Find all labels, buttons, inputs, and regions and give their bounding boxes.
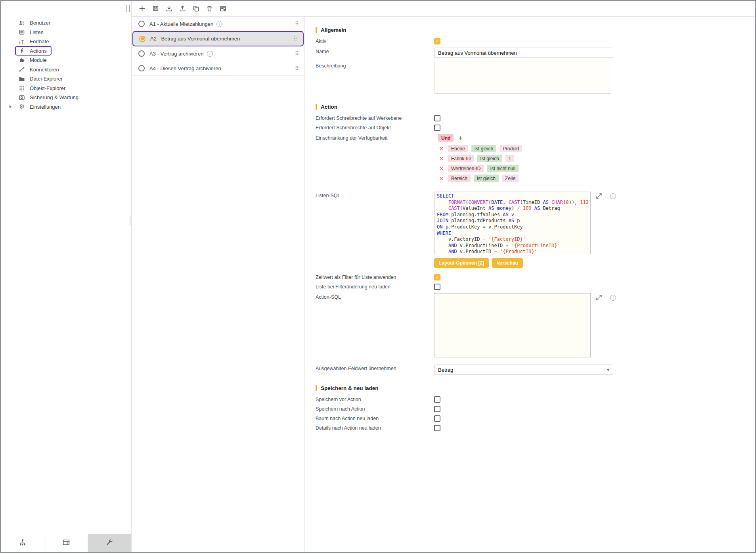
sidebar-item-sicherung-wartung[interactable]: Sicherung & Wartung [1,93,131,102]
sidebar-item-benutzer[interactable]: Benutzer [1,18,131,28]
tab-org-chart[interactable] [1,534,44,552]
filter-logic-chip[interactable]: Und [438,134,454,142]
filter-value-chip[interactable]: 1 [505,155,515,162]
expand-icon[interactable] [595,294,603,301]
form-row-listen-sql: Listen-SQL SELECT FORMAT(CONVERT(DATE, C… [316,192,755,254]
objekt-checkbox[interactable] [434,125,440,131]
listen-sql-editor[interactable]: SELECT FORMAT(CONVERT(DATE, CAST(TimeID … [434,192,591,254]
sidebar-item-konnektoren[interactable]: Konnektoren [1,65,131,75]
form-row-baum-neu-laden: Baum nach Action neu laden [316,415,755,422]
svg-text:t: t [19,40,20,44]
field-label: Action-SQL [316,293,434,300]
speichern-nach-checkbox[interactable] [434,406,440,412]
filter-root-row: Und [438,134,522,142]
filter-operator-chip[interactable]: Ist nicht null [487,165,518,172]
expand-icon[interactable] [595,192,603,200]
filter-operator-chip[interactable]: Ist gleich [477,155,502,162]
feldwert-dropdown[interactable]: Betrag [434,365,613,375]
edit-list-icon[interactable] [219,5,227,13]
info-icon[interactable] [216,21,222,27]
vorschau-button[interactable]: Vorschau [492,258,523,268]
object-grid-icon [18,84,25,92]
action-sql-editor[interactable] [434,293,591,357]
info-icon[interactable] [610,193,616,199]
beschreibung-textarea[interactable] [434,62,611,94]
remove-condition-icon[interactable] [438,155,445,162]
action-list-row[interactable]: A1 - Aktuelle Mietzahlungen [132,17,304,31]
section-header-speichern: Speichern & neu laden [316,385,755,391]
form-row-objekt: Erfordert Schreibrechte auf Objekt [316,125,755,131]
layout-optionen-button[interactable]: Layout-Optionen [2] [434,258,489,268]
folder-icon [18,75,25,83]
delete-icon[interactable] [205,5,213,13]
info-icon[interactable] [207,51,213,57]
zellwert-checkbox[interactable] [434,274,440,280]
radio-button[interactable] [139,36,145,42]
remove-condition-icon[interactable] [438,165,445,172]
filter-field-chip[interactable]: Bereich [448,175,471,182]
form-row-aktiv: Aktiv [316,38,755,44]
action-list-row[interactable]: A3 - Vertrag archivieren [132,46,304,61]
sidebar-item-formate[interactable]: tT Formate [1,37,131,46]
form-row-details-neu-laden: Details nach Action neu laden [316,425,755,431]
filter-field-chip[interactable]: Ebene [448,145,468,152]
baum-neu-laden-checkbox[interactable] [434,415,440,422]
save-icon[interactable] [151,5,159,13]
filter-field-chip[interactable]: Fabrik-ID [448,155,474,162]
remove-condition-icon[interactable] [438,175,445,182]
download-icon[interactable] [165,5,173,13]
action-list-row[interactable]: A2 - Betrag aus Vormonat übernehmen [132,31,304,46]
drag-handle-icon[interactable] [295,21,299,27]
filter-operator-chip[interactable]: Ist gleich [474,175,499,182]
section-header-allgemein: Allgemein [316,27,755,33]
radio-button[interactable] [138,21,145,27]
tab-window[interactable] [44,534,88,552]
add-icon[interactable] [138,5,146,13]
expand-caret-icon[interactable] [10,105,11,108]
availability-filter-builder: Und Ebene Ist gleich Produkt Fabrik-ID I… [434,134,522,184]
upload-icon[interactable] [178,5,186,13]
name-input[interactable] [434,48,613,58]
list-toolbar [132,1,755,17]
form-row-beschreibung: Beschreibung [316,62,755,94]
sidebar-item-listen[interactable]: Listen [1,28,131,37]
radio-button[interactable] [138,50,145,57]
liste-neu-laden-checkbox[interactable] [434,284,440,290]
filter-field-chip[interactable]: Wertreihen-ID [448,165,484,172]
list-icon [18,29,25,36]
werkebene-checkbox[interactable] [434,115,440,121]
field-label: Erfordert Schreibrechte auf Werkebene [316,115,434,121]
action-list-row[interactable]: A4 - Diesen Vertrag archivieren [132,61,304,76]
filter-condition-row: Wertreihen-ID Ist nicht null [438,165,522,172]
drag-handle-icon[interactable] [295,65,299,71]
field-label: Einschränkung der Verfügbarkeit [316,134,434,141]
drag-handle-icon[interactable] [293,36,297,42]
radio-button[interactable] [138,65,145,71]
details-neu-laden-checkbox[interactable] [434,425,440,431]
filter-value-chip[interactable]: Produkt [500,145,522,152]
form-row-action-sql: Action-SQL [316,293,755,357]
toolbar-drag-grip[interactable] [126,5,130,12]
action-sql-editor-wrap [434,293,616,357]
sidebar-item-actions[interactable]: Actions [1,46,131,56]
section-bar [316,27,317,33]
sidebar-item-objekt-explorer[interactable]: Objekt-Explorer [1,84,131,93]
filter-operator-chip[interactable]: Ist gleich [471,145,496,152]
sidebar-item-einstellungen[interactable]: ⚙ Einstellungen [1,102,131,112]
sidebar-item-datei-explorer[interactable]: Datei-Explorer [1,74,131,84]
aktiv-checkbox[interactable] [434,38,440,44]
section-bar [316,104,317,110]
info-icon[interactable] [610,295,616,301]
form-row-feldwert: Ausgewählten Feldwert übernehmen Betrag [316,365,755,375]
speichern-vor-checkbox[interactable] [434,396,440,403]
copy-icon[interactable] [192,5,200,13]
tab-wrench[interactable] [88,534,131,552]
drag-handle-icon[interactable] [295,51,299,56]
remove-condition-icon[interactable] [438,145,445,152]
add-condition-icon[interactable] [458,134,463,142]
connector-icon [18,66,25,73]
filter-value-chip[interactable]: Zelle [502,175,519,182]
sidebar-item-module[interactable]: Module [1,56,131,65]
app-window: Benutzer Listen tT Formate Actions [0,0,756,553]
action-list-label: A4 - Diesen Vertrag archivieren [149,65,221,71]
